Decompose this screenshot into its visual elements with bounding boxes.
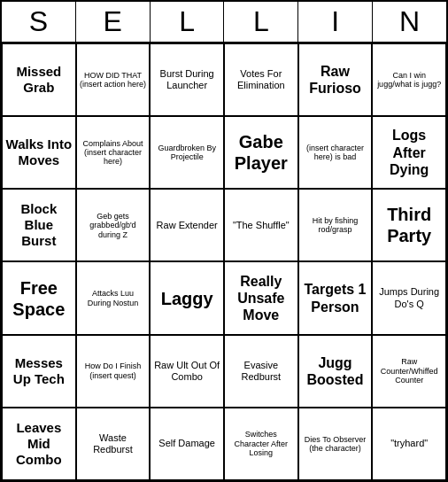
cell-3-0[interactable]: Free Space bbox=[2, 261, 76, 334]
cell-2-3[interactable]: "The Shuffle" bbox=[224, 189, 298, 261]
cell-0-2[interactable]: Burst During Launcher bbox=[150, 43, 224, 116]
header-letter: E bbox=[76, 2, 151, 42]
cell-2-1[interactable]: Geb gets grabbed/gb'd during Z bbox=[76, 189, 151, 261]
cell-5-1[interactable]: Waste Redburst bbox=[76, 408, 151, 480]
bingo-grid: Missed GrabHOW DID THAT (insert action h… bbox=[2, 43, 446, 480]
cell-1-2[interactable]: Guardbroken By Projectile bbox=[150, 116, 224, 189]
cell-5-2[interactable]: Self Damage bbox=[150, 408, 224, 480]
cell-5-5[interactable]: "tryhard" bbox=[372, 408, 446, 480]
cell-3-2[interactable]: Laggy bbox=[150, 261, 224, 334]
cell-1-4[interactable]: (insert character here) is bad bbox=[298, 116, 373, 189]
cell-4-2[interactable]: Raw Ult Out Of Combo bbox=[150, 335, 224, 408]
cell-1-5[interactable]: Logs After Dying bbox=[372, 116, 446, 189]
cell-3-5[interactable]: Jumps During Do's Q bbox=[372, 261, 446, 334]
cell-1-3[interactable]: Gabe Player bbox=[224, 116, 298, 189]
cell-5-0[interactable]: Leaves Mid Combo bbox=[2, 408, 76, 480]
cell-5-4[interactable]: Dies To Observer (the character) bbox=[298, 408, 373, 480]
cell-2-5[interactable]: Third Party bbox=[372, 189, 446, 261]
cell-0-0[interactable]: Missed Grab bbox=[2, 43, 76, 116]
cell-1-0[interactable]: Walks Into Moves bbox=[2, 116, 76, 189]
header-letter: S bbox=[2, 2, 76, 42]
cell-0-1[interactable]: HOW DID THAT (insert action here) bbox=[76, 43, 151, 116]
cell-0-3[interactable]: Votes For Elimination bbox=[224, 43, 298, 116]
cell-2-4[interactable]: Hit by fishing rod/grasp bbox=[298, 189, 373, 261]
bingo-card: SELLIN Missed GrabHOW DID THAT (insert a… bbox=[0, 0, 448, 482]
header-letter: L bbox=[224, 2, 298, 42]
header-letter: L bbox=[151, 2, 225, 42]
cell-4-5[interactable]: Raw Counter/Whiffed Counter bbox=[372, 335, 446, 408]
cell-1-1[interactable]: Complains About (insert character here) bbox=[76, 116, 151, 189]
cell-2-2[interactable]: Raw Extender bbox=[150, 189, 224, 261]
cell-2-0[interactable]: Block Blue Burst bbox=[2, 189, 76, 261]
cell-0-4[interactable]: Raw Furioso bbox=[298, 43, 373, 116]
cell-5-3[interactable]: Switches Character After Losing bbox=[224, 408, 298, 480]
cell-3-4[interactable]: Targets 1 Person bbox=[298, 261, 373, 334]
cell-4-1[interactable]: How Do I Finish (insert quest) bbox=[76, 335, 151, 408]
header-letter: N bbox=[373, 2, 446, 42]
cell-4-0[interactable]: Messes Up Tech bbox=[2, 335, 76, 408]
bingo-header: SELLIN bbox=[2, 2, 446, 43]
header-letter: I bbox=[298, 2, 373, 42]
cell-4-4[interactable]: Jugg Boosted bbox=[298, 335, 373, 408]
cell-4-3[interactable]: Evasive Redburst bbox=[224, 335, 298, 408]
cell-3-1[interactable]: Attacks Luu During Nostun bbox=[76, 261, 151, 334]
cell-0-5[interactable]: Can I win jugg/what is jugg? bbox=[372, 43, 446, 116]
cell-3-3[interactable]: Really Unsafe Move bbox=[224, 261, 298, 334]
